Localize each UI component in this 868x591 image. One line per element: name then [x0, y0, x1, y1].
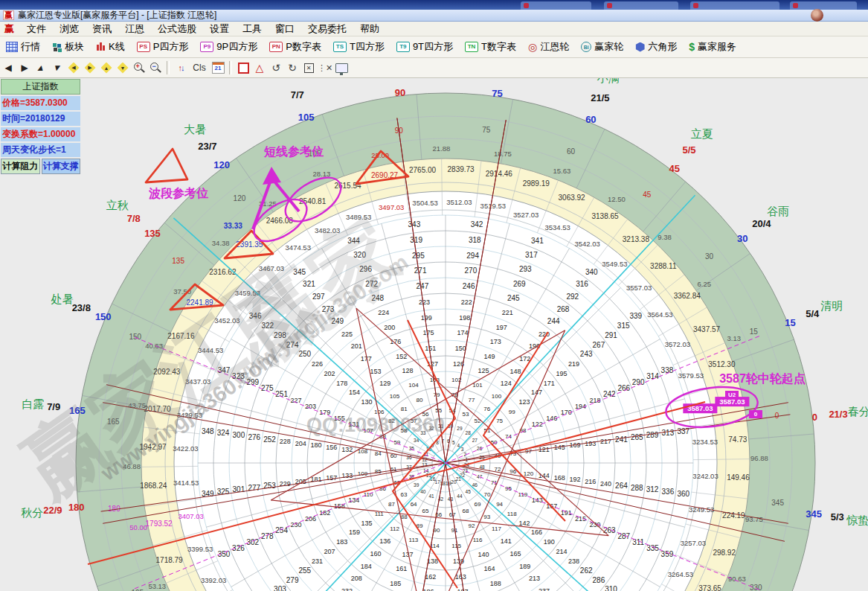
svg-text:3288.11: 3288.11 — [650, 262, 677, 270]
svg-text:55: 55 — [435, 407, 442, 414]
menu-item-8[interactable]: 交易委托 — [301, 22, 353, 36]
annotation-label: 波段参考位 — [148, 187, 209, 199]
svg-text:46: 46 — [472, 482, 478, 488]
toolbar-button-T数字表[interactable]: TNT数字表 — [459, 40, 522, 54]
svg-text:3392.03: 3392.03 — [201, 576, 226, 584]
square-tool-icon[interactable] — [236, 60, 251, 75]
svg-text:3437.03: 3437.03 — [185, 377, 210, 386]
zoom-out-icon[interactable]: − — [148, 60, 163, 75]
svg-text:80: 80 — [417, 397, 423, 403]
toolbar-button-P数字表[interactable]: PNP数字表 — [263, 40, 327, 54]
toolbar-button-P四方形[interactable]: PSP四方形 — [131, 40, 195, 54]
zoom-in-icon[interactable]: + — [132, 60, 147, 75]
svg-text:321: 321 — [303, 280, 315, 288]
svg-text:160: 160 — [370, 550, 381, 558]
toolbar-button-9P四方形[interactable]: P99P四方形 — [194, 40, 263, 54]
delete-box-icon[interactable]: ✕ — [301, 60, 316, 75]
toolbar-button-行情[interactable]: 行情 — [0, 40, 46, 54]
svg-text:85: 85 — [375, 468, 382, 475]
page-right-icon[interactable]: ▶ — [17, 60, 32, 75]
svg-text:227: 227 — [291, 397, 302, 404]
svg-text:2092.43: 2092.43 — [153, 368, 181, 376]
gann-wheel-canvas[interactable]: 1234567891011121314151617181920212223242… — [0, 77, 868, 591]
svg-text:45: 45 — [466, 489, 472, 494]
toolbar-button-赢家轮[interactable]: Bi赢家轮 — [575, 40, 629, 54]
svg-text:118: 118 — [507, 511, 517, 517]
svg-text:23/7: 23/7 — [198, 141, 216, 152]
svg-text:186: 186 — [423, 588, 434, 591]
toolbar-separator — [167, 61, 170, 74]
menu-item-4[interactable]: 公式选股 — [151, 22, 203, 36]
svg-text:251: 251 — [275, 390, 288, 398]
menu-item-1[interactable]: 浏览 — [53, 22, 86, 36]
menu-item-5[interactable]: 设置 — [203, 22, 236, 36]
badge: PS — [137, 42, 150, 52]
menu-item-3[interactable]: 江恩 — [118, 22, 151, 36]
updown-icon[interactable]: ↑↓ — [173, 60, 188, 75]
menu-item-7[interactable]: 窗口 — [269, 22, 301, 36]
svg-text:130: 130 — [361, 398, 373, 406]
toolbar-button-六角形[interactable]: 六角形 — [629, 40, 683, 54]
svg-text:228: 228 — [280, 438, 291, 445]
svg-text:清明: 清明 — [820, 299, 843, 312]
svg-text:105: 105 — [298, 112, 315, 123]
rotate-ccw-icon[interactable]: ↺ — [269, 60, 283, 75]
svg-text:269: 269 — [513, 280, 526, 288]
move-up-icon[interactable]: ▲ — [99, 60, 114, 75]
move-left-icon[interactable]: ◀ — [66, 60, 81, 75]
svg-text:2466.08: 2466.08 — [266, 217, 294, 225]
page-left-icon[interactable]: ◀ — [1, 60, 16, 75]
svg-text:59: 59 — [393, 439, 400, 446]
svg-text:165: 165 — [69, 405, 86, 416]
svg-text:187: 187 — [457, 588, 468, 591]
toolbar-button-9T四方形[interactable]: T99T四方形 — [390, 40, 459, 54]
rotate-cw-icon[interactable]: ↻ — [285, 60, 300, 75]
svg-text:小满: 小满 — [597, 77, 620, 84]
svg-text:秋分: 秋分 — [21, 506, 43, 519]
svg-text:27: 27 — [472, 438, 478, 443]
svg-text:3512.30: 3512.30 — [708, 360, 736, 368]
menu-item-9[interactable]: 帮助 — [353, 22, 386, 36]
toolbar-button-板块[interactable]: 板块 — [46, 40, 90, 54]
svg-text:180: 180 — [68, 502, 85, 513]
svg-text:132: 132 — [341, 446, 353, 453]
toolbar-button-T四方形[interactable]: TST四方形 — [327, 40, 390, 54]
svg-text:268: 268 — [557, 305, 570, 313]
menu-item-0[interactable]: 文件 — [20, 22, 53, 36]
svg-text:188: 188 — [490, 580, 501, 587]
svg-text:32: 32 — [428, 426, 434, 431]
svg-text:318: 318 — [469, 236, 481, 244]
svg-text:3422.03: 3422.03 — [173, 444, 198, 453]
shrink-icon[interactable]: ⋮✕⋮ — [318, 60, 332, 75]
svg-text:315: 315 — [617, 322, 630, 330]
svg-text:176: 176 — [390, 338, 401, 345]
calendar-icon[interactable]: 21 — [210, 60, 225, 75]
move-right-icon[interactable]: ▶ — [83, 60, 97, 75]
toolbar-button-江恩轮[interactable]: ◎江恩轮 — [522, 40, 575, 54]
move-down-icon[interactable]: ▼ — [115, 60, 130, 75]
screen-icon[interactable] — [334, 60, 349, 75]
svg-text:104: 104 — [408, 382, 419, 389]
toolbar-label: P数字表 — [286, 40, 321, 54]
svg-text:3437.57: 3437.57 — [693, 325, 721, 333]
svg-text:345: 345 — [771, 499, 784, 507]
svg-text:184: 184 — [361, 563, 372, 570]
triangle-tool-icon[interactable]: △ — [252, 60, 267, 75]
svg-text:立夏: 立夏 — [691, 127, 713, 140]
rotate-right-step-icon[interactable]: ▼ — [50, 60, 65, 75]
toolbar-button-K线[interactable]: K线 — [90, 40, 131, 54]
svg-text:21.88: 21.88 — [433, 144, 451, 153]
svg-text:232: 232 — [341, 587, 353, 591]
info-row-3: 周天变化步长=1 — [1, 143, 80, 157]
info-row-1: 时间=20180129 — [1, 112, 80, 126]
svg-text:201: 201 — [351, 342, 362, 350]
menu-item-2[interactable]: 资讯 — [86, 22, 118, 36]
menu-bar: 赢 文件浏览资讯江恩公式选股设置工具窗口交易委托帮助 — [0, 22, 868, 36]
calc-support-button[interactable]: 计算支撑 — [42, 159, 81, 174]
rotate-left-step-icon[interactable]: ▲ — [33, 60, 48, 75]
background-tab — [521, 1, 591, 10]
cls-button[interactable]: Cls — [190, 60, 209, 75]
menu-item-6[interactable]: 工具 — [236, 22, 269, 36]
toolbar-button-赢家服务[interactable]: $赢家服务 — [683, 40, 742, 54]
calc-resistance-button[interactable]: 计算阻力 — [1, 159, 40, 174]
